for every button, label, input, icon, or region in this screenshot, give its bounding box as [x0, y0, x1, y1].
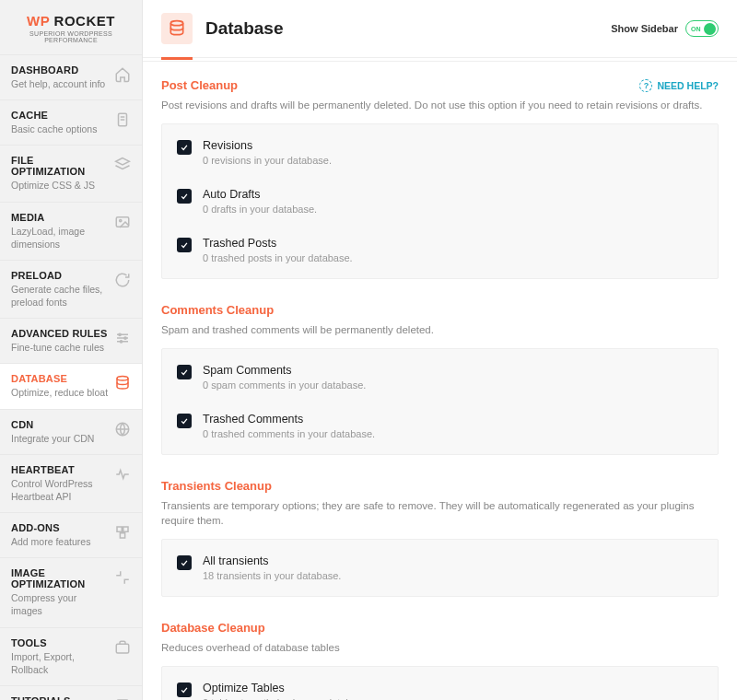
- content-scroll[interactable]: Post Cleanup ? NEED HELP? Post revisions…: [143, 62, 737, 700]
- layers-icon: [114, 157, 131, 173]
- sidebar-item-tools[interactable]: TOOLS Import, Export, Rollback: [0, 627, 142, 685]
- sidebar-item-sub: Add more features: [11, 535, 109, 548]
- page-header: Database Show Sidebar ON: [143, 0, 737, 58]
- cubes-icon: [114, 524, 131, 541]
- sidebar: WP ROCKET SUPERIOR WORDPRESS PERFORMANCE…: [0, 0, 143, 700]
- sidebar-item-cdn[interactable]: CDN Integrate your CDN: [0, 409, 142, 454]
- sidebar-item-label: IMAGE OPTIMIZATION: [11, 567, 109, 589]
- sidebar-item-cache[interactable]: CACHE Basic cache options: [0, 99, 142, 145]
- section-title: Transients Cleanup: [161, 479, 272, 493]
- option-sub: 18 transients in your database.: [203, 570, 341, 581]
- sidebar-item-sub: Control WordPress Heartbeat API: [11, 477, 109, 503]
- sidebar-item-file-optimization[interactable]: FILE OPTIMIZATION Optimize CSS & JS: [0, 145, 142, 201]
- briefcase-icon: [114, 639, 131, 656]
- section-head-post-cleanup: Post Cleanup ? NEED HELP?: [161, 78, 719, 92]
- section-desc: Post revisions and drafts will be perman…: [161, 98, 719, 112]
- sidebar-item-sub: Optimize CSS & JS: [11, 179, 109, 192]
- toggle-dot-icon: [704, 23, 716, 35]
- brand-logo: WP ROCKET SUPERIOR WORDPRESS PERFORMANCE: [0, 0, 142, 54]
- sidebar-item-dashboard[interactable]: DASHBOARD Get help, account info: [0, 54, 142, 99]
- checkbox-trashed-posts[interactable]: [177, 238, 192, 252]
- checkbox-trashed-comments[interactable]: [177, 414, 192, 428]
- sidebar-item-label: ADD-ONS: [11, 522, 109, 533]
- option-title: Spam Comments: [203, 364, 366, 377]
- svg-rect-15: [123, 527, 128, 531]
- sidebar-item-heartbeat[interactable]: HEARTBEAT Control WordPress Heartbeat AP…: [0, 454, 142, 512]
- sidebar-item-database[interactable]: DATABASE Optimize, reduce bloat: [0, 363, 142, 408]
- option-title: Optimize Tables: [203, 682, 370, 694]
- option-all-transients: All transients 18 transients in your dat…: [162, 543, 718, 592]
- image-icon: [114, 214, 131, 230]
- sidebar-item-label: TOOLS: [11, 637, 109, 648]
- sidebar-item-sub: LazyLoad, image dimensions: [11, 225, 109, 251]
- show-sidebar-label: Show Sidebar: [611, 23, 678, 34]
- svg-point-12: [117, 377, 128, 381]
- globe-icon: [114, 421, 131, 438]
- checkbox-all-transients[interactable]: [177, 555, 192, 570]
- svg-marker-3: [116, 158, 130, 166]
- sidebar-item-tutorials[interactable]: TUTORIALS Getting started and how to vid…: [0, 685, 142, 700]
- sidebar-item-label: TUTORIALS: [11, 695, 109, 700]
- brand-tagline: SUPERIOR WORDPRESS PERFORMANCE: [9, 30, 133, 43]
- active-tab-indicator: [143, 58, 737, 62]
- section-desc: Transients are temporary options; they a…: [161, 498, 719, 528]
- sidebar-item-label: FILE OPTIMIZATION: [11, 155, 109, 177]
- section-title: Comments Cleanup: [161, 303, 274, 317]
- option-title: Auto Drafts: [203, 188, 317, 201]
- sidebar-item-media[interactable]: MEDIA LazyLoad, image dimensions: [0, 202, 142, 260]
- svg-rect-16: [120, 533, 124, 538]
- sidebar-item-advanced-rules[interactable]: ADVANCED RULES Fine-tune cache rules: [0, 318, 142, 363]
- checkbox-revisions[interactable]: [177, 140, 192, 155]
- option-sub: 0 spam comments in your database.: [203, 379, 366, 391]
- sidebar-item-label: DASHBOARD: [11, 64, 109, 76]
- sidebar-item-label: CDN: [11, 419, 109, 430]
- svg-point-5: [120, 219, 122, 221]
- document-icon: [114, 111, 131, 128]
- need-help-label: NEED HELP?: [657, 80, 719, 91]
- svg-point-20: [170, 21, 182, 26]
- toggle-on-label: ON: [691, 26, 701, 32]
- need-help-link[interactable]: ? NEED HELP?: [639, 79, 719, 92]
- sidebar-item-preload[interactable]: PRELOAD Generate cache files, preload fo…: [0, 260, 142, 318]
- sidebar-item-image-optimization[interactable]: IMAGE OPTIMIZATION Compress your images: [0, 557, 142, 626]
- sidebar-item-label: DATABASE: [11, 373, 109, 384]
- sidebar-item-addons[interactable]: ADD-ONS Add more features: [0, 512, 142, 557]
- checkbox-auto-drafts[interactable]: [177, 189, 192, 204]
- option-title: Trashed Comments: [203, 413, 375, 426]
- option-revisions: Revisions 0 revisions in your database.: [162, 128, 718, 177]
- section-desc: Spam and trashed comments will be perman…: [161, 322, 719, 337]
- checkbox-spam-comments[interactable]: [177, 365, 192, 379]
- sidebar-item-sub: Fine-tune cache rules: [11, 341, 109, 354]
- option-sub: 0 trashed posts in your database.: [203, 252, 353, 263]
- sidebar-item-label: PRELOAD: [11, 270, 109, 281]
- page-title: Database: [205, 18, 611, 39]
- sidebar-item-label: MEDIA: [11, 212, 109, 223]
- svg-rect-14: [117, 527, 122, 531]
- option-trashed-comments: Trashed Comments 0 trashed comments in y…: [162, 402, 718, 450]
- sidebar-item-label: HEARTBEAT: [11, 464, 109, 475]
- compress-icon: [114, 569, 131, 586]
- option-trashed-posts: Trashed Posts 0 trashed posts in your da…: [162, 226, 718, 274]
- sidebar-item-label: ADVANCED RULES: [11, 328, 109, 339]
- brand-name: WP ROCKET: [9, 13, 133, 29]
- option-title: Trashed Posts: [203, 237, 353, 250]
- app-root: WP ROCKET SUPERIOR WORDPRESS PERFORMANCE…: [0, 0, 737, 700]
- section-head-comments-cleanup: Comments Cleanup: [161, 303, 719, 317]
- section-desc: Reduces overhead of database tables: [161, 640, 719, 655]
- sidebar-item-sub: Compress your images: [11, 591, 109, 617]
- option-spam-comments: Spam Comments 0 spam comments in your da…: [162, 353, 718, 402]
- section-title: Database Cleanup: [161, 621, 265, 635]
- section-head-transients-cleanup: Transients Cleanup: [161, 479, 719, 493]
- home-icon: [114, 66, 131, 83]
- sidebar-item-sub: Optimize, reduce bloat: [11, 386, 109, 399]
- svg-rect-17: [116, 644, 129, 653]
- sidebar-nav: DASHBOARD Get help, account info CACHE B…: [0, 54, 142, 700]
- sidebar-item-sub: Generate cache files, preload fonts: [11, 283, 109, 309]
- checkbox-optimize-tables[interactable]: [177, 682, 192, 697]
- brand-rocket: ROCKET: [54, 13, 115, 29]
- show-sidebar-toggle[interactable]: ON: [685, 20, 719, 37]
- option-optimize-tables: Optimize Tables 0 tables to optimize in …: [162, 671, 718, 700]
- section-title: Post Cleanup: [161, 78, 238, 92]
- help-icon: ?: [639, 79, 652, 92]
- sidebar-item-sub: Integrate your CDN: [11, 432, 109, 445]
